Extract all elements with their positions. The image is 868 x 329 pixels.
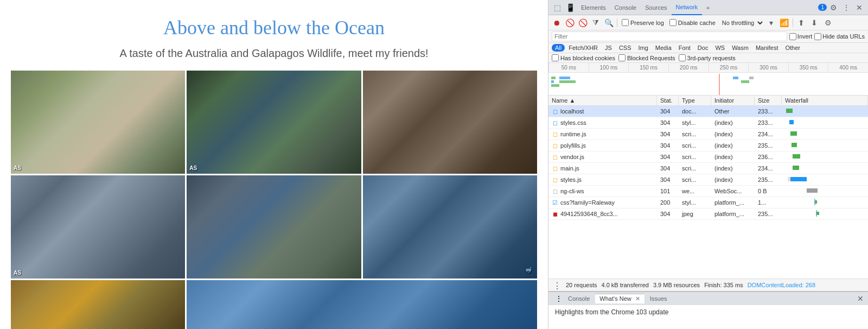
row-status: 304	[657, 107, 679, 116]
page-subtitle: A taste of the Australia and Galapagos W…	[0, 47, 548, 60]
row-waterfall	[782, 208, 868, 219]
manta-image: 🤿	[363, 175, 537, 279]
resources-size: 3.9 MB resources	[653, 282, 700, 288]
row-name: ◻ runtime.js	[548, 130, 657, 138]
wifi-icon[interactable]: 📶	[778, 17, 790, 29]
col-initiator[interactable]: Initiator	[711, 96, 755, 105]
ruler-350ms: 350 ms	[788, 63, 828, 72]
filter-fetch-xhr[interactable]: Fetch/XHR	[565, 44, 601, 52]
throttle-select[interactable]: No throttling	[719, 19, 764, 27]
svg-rect-10	[789, 120, 794, 124]
tab-more[interactable]: »	[702, 0, 714, 15]
tab-network[interactable]: Network	[672, 0, 702, 15]
settings-network-icon[interactable]: ⚙	[822, 17, 834, 29]
import-icon[interactable]: ⬆	[795, 17, 807, 29]
col-name[interactable]: Name ▲	[548, 96, 657, 105]
filter-other[interactable]: Other	[782, 44, 803, 52]
ruler-400ms: 400 ms	[828, 63, 868, 72]
table-row[interactable]: ◻ runtime.js 304 scri... (index) 234...	[548, 129, 868, 140]
table-row[interactable]: ◻ polyfills.js 304 scri... (index) 235..…	[548, 140, 868, 151]
clear-button[interactable]: 🚫	[577, 17, 589, 29]
settings-icon[interactable]: ⚙	[827, 1, 840, 14]
preserve-log-checkbox[interactable]: Preserve log	[620, 19, 666, 26]
requests-count: 20 requests	[566, 282, 597, 288]
col-status[interactable]: Stat.	[657, 96, 679, 105]
close-devtools-icon[interactable]: ✕	[853, 1, 866, 14]
close-bottom-panel[interactable]: ✕	[857, 294, 864, 303]
row-waterfall	[782, 106, 868, 117]
third-party-checkbox[interactable]: 3rd-party requests	[679, 54, 736, 61]
filter-media[interactable]: Media	[652, 44, 675, 52]
table-row[interactable]: ◻ localhost 304 doc... Other 233...	[548, 106, 868, 117]
filter-css[interactable]: CSS	[616, 44, 635, 52]
stop-recording-button[interactable]: 🚫	[564, 17, 576, 29]
table-row[interactable]: ◻ styles.js 304 scri... (index) 235...	[548, 174, 868, 186]
koala-image: AS	[11, 71, 185, 174]
tab-issues[interactable]: Issues	[646, 294, 672, 303]
turtle-label: AS	[189, 165, 197, 171]
row-name: ◼ 49412593648_8cc3...	[548, 210, 657, 218]
bottom-tabs: ⋮ Console What's New ✕ Issues ✕	[548, 292, 868, 305]
filter-ws[interactable]: WS	[712, 44, 728, 52]
filter-doc[interactable]: Doc	[694, 44, 712, 52]
sunrise-image	[11, 280, 185, 329]
table-row[interactable]: ◻ main.js 304 scri... (index) 234...	[548, 163, 868, 174]
more-options-icon[interactable]: ⋮	[840, 1, 853, 14]
tab-elements[interactable]: Elements	[577, 0, 610, 15]
page-title: Above and below the Ocean	[0, 0, 548, 47]
invert-checkbox[interactable]: Invert	[789, 33, 813, 40]
tab-console-bottom[interactable]: Console	[564, 294, 594, 303]
table-row[interactable]: ☑ css?family=Raleway 200 styl... platfor…	[548, 197, 868, 208]
throttle-dropdown-icon[interactable]: ▾	[765, 17, 777, 29]
filter-img[interactable]: Img	[635, 44, 652, 52]
js-icon: ◻	[552, 176, 558, 183]
bottom-more-button[interactable]: ⋮	[555, 294, 563, 303]
blocked-requests-checkbox[interactable]: Blocked Requests	[618, 54, 675, 61]
whats-new-close[interactable]: ✕	[635, 295, 640, 302]
device-icon[interactable]: 📱	[564, 1, 577, 14]
filter-manifest[interactable]: Manifest	[752, 44, 782, 52]
separator-2	[793, 18, 793, 27]
export-icon[interactable]: ⬇	[808, 17, 820, 29]
block-filters: Has blocked cookies Blocked Requests 3rd…	[548, 53, 868, 63]
filter-wasm[interactable]: Wasm	[729, 44, 752, 52]
filter-js[interactable]: JS	[602, 44, 615, 52]
js-icon: ◻	[552, 165, 558, 172]
more-status-button[interactable]: ⋮	[553, 281, 561, 289]
filter-font[interactable]: Font	[675, 44, 694, 52]
filter-icon[interactable]: ⧩	[590, 17, 602, 29]
tab-sources[interactable]: Sources	[641, 0, 671, 15]
blocked-cookies-checkbox[interactable]: Has blocked cookies	[552, 54, 615, 61]
whaleshark-image	[187, 175, 361, 279]
table-row[interactable]: ◻ ng-cli-ws 101 we... WebSoc... 0 B	[548, 186, 868, 197]
notification-badge: 1	[818, 4, 827, 11]
svg-rect-7	[741, 80, 749, 83]
svg-rect-14	[793, 166, 799, 170]
bird-image: AS	[11, 175, 185, 279]
filter-all[interactable]: All	[552, 44, 565, 52]
tab-console[interactable]: Console	[610, 0, 641, 15]
disable-cache-checkbox[interactable]: Disable cache	[667, 19, 718, 26]
col-type[interactable]: Type	[679, 96, 711, 105]
ruler-150ms: 150 ms	[628, 63, 668, 72]
search-icon[interactable]: 🔍	[603, 17, 615, 29]
table-row[interactable]: ◻ vendor.js 304 scri... (index) 236...	[548, 151, 868, 163]
table-row[interactable]: ◻ styles.css 304 styl... (index) 233...	[548, 117, 868, 129]
hide-data-urls-checkbox[interactable]: Hide data URLs	[814, 33, 865, 40]
koala-label: AS	[14, 165, 21, 171]
filter-input[interactable]	[552, 31, 787, 41]
css-icon: ◻	[552, 119, 558, 126]
js-icon: ◻	[552, 154, 558, 160]
record-button[interactable]: ⏺	[551, 17, 563, 29]
col-waterfall[interactable]: Waterfall	[782, 96, 868, 105]
table-row[interactable]: ◼ 49412593648_8cc3... 304 jpeg platform_…	[548, 208, 868, 220]
bird-label: AS	[14, 270, 21, 276]
row-waterfall	[782, 140, 868, 151]
inspect-icon[interactable]: ⬚	[551, 1, 564, 14]
tab-whats-new[interactable]: What's New ✕	[595, 294, 644, 303]
col-size[interactable]: Size	[755, 96, 782, 105]
svg-rect-4	[559, 80, 576, 83]
row-name: ◻ localhost	[548, 107, 657, 116]
bottom-panel: ⋮ Console What's New ✕ Issues ✕ Highligh…	[548, 291, 868, 329]
timeline-svg	[548, 74, 868, 96]
